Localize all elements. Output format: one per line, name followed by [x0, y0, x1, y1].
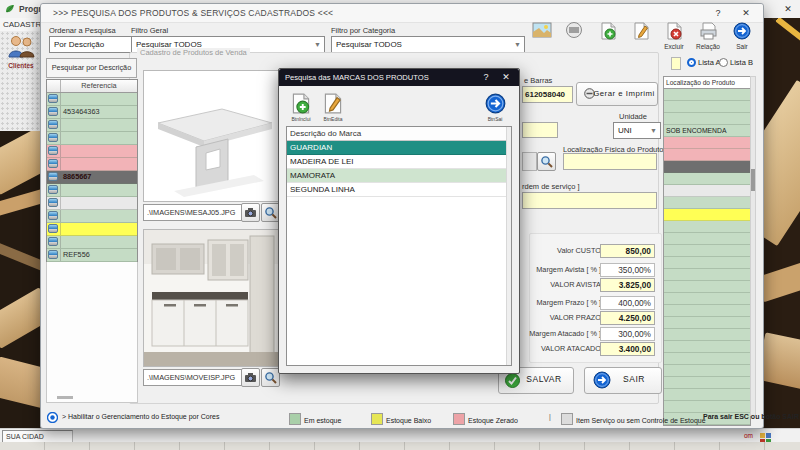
- localizacao-row[interactable]: [664, 269, 750, 281]
- table-horizontal-scrollbar[interactable]: [57, 396, 73, 399]
- sair-toolbar-button[interactable]: Sair: [727, 22, 757, 50]
- price-field[interactable]: 350,00%: [600, 263, 655, 277]
- localizacao-row[interactable]: SOB ENCOMENDA: [664, 125, 750, 137]
- modal-editar-button[interactable]: BtnEdita: [319, 93, 347, 122]
- table-row[interactable]: REF556: [47, 249, 137, 262]
- localizacao-row[interactable]: [664, 341, 750, 353]
- row-icon-cell: [47, 236, 61, 248]
- brands-scrollbar[interactable]: [506, 127, 511, 365]
- legend-toggle-icon[interactable]: [47, 412, 58, 423]
- localizacao-list[interactable]: Localização do Produto SOB ENCOMENDA: [663, 76, 751, 426]
- gerar-imprimir-button[interactable]: Gerar e Imprimi: [576, 82, 658, 106]
- incluir-toolbar-button[interactable]: [593, 22, 623, 44]
- modal-sair-button[interactable]: BtnSai: [481, 93, 509, 122]
- status-icon[interactable]: [760, 430, 774, 442]
- localizacao-row[interactable]: [664, 317, 750, 329]
- localizacao-row[interactable]: [664, 233, 750, 245]
- localizacao-search-button[interactable]: [537, 152, 556, 171]
- relacao-toolbar-button[interactable]: Relação: [693, 22, 723, 50]
- localizacao-row[interactable]: [664, 281, 750, 293]
- price-field[interactable]: 300,00%: [600, 327, 655, 341]
- alterar-toolbar-button[interactable]: [626, 22, 656, 44]
- clientes-label: Clientes: [3, 62, 39, 69]
- localizacao-row[interactable]: [664, 161, 750, 173]
- table-row[interactable]: 453464363: [47, 106, 137, 119]
- localizacao-row[interactable]: [664, 197, 750, 209]
- background-close-button[interactable]: ✕: [781, 3, 795, 15]
- main-help-button[interactable]: ?: [711, 7, 725, 19]
- localizacao-row[interactable]: [664, 221, 750, 233]
- main-close-button[interactable]: ✕: [739, 7, 753, 19]
- lista-b-radio[interactable]: Lista B: [719, 58, 753, 67]
- brand-row[interactable]: MADEIRA DE LEI: [287, 155, 511, 169]
- localizacao-row[interactable]: [664, 329, 750, 341]
- table-row[interactable]: [47, 210, 137, 223]
- lista-a-radio[interactable]: Lista A: [687, 58, 721, 67]
- image2-camera-button[interactable]: [241, 368, 260, 387]
- unidade-combo[interactable]: UNI▼: [613, 122, 661, 139]
- localizacao-row[interactable]: [664, 305, 750, 317]
- menu-cadastro[interactable]: CADASTR: [3, 20, 41, 29]
- table-row[interactable]: [47, 184, 137, 197]
- localizacao-row[interactable]: [664, 365, 750, 377]
- table-row[interactable]: [47, 145, 137, 158]
- price-field[interactable]: 3.825,00: [600, 278, 655, 292]
- localizacao-row[interactable]: [664, 173, 750, 185]
- localizacao-row[interactable]: [664, 257, 750, 269]
- brand-row[interactable]: MAMORATA: [287, 169, 511, 183]
- filtro-categoria-combo[interactable]: Pesquisar TODOS▼: [331, 36, 525, 53]
- sair-button[interactable]: SAIR: [584, 367, 662, 394]
- price-field[interactable]: 400,00%: [600, 296, 655, 310]
- table-row[interactable]: [47, 119, 137, 132]
- table-row[interactable]: [47, 132, 137, 145]
- modal-help-button[interactable]: ?: [479, 71, 493, 83]
- table-row[interactable]: [47, 158, 137, 171]
- excluir-toolbar-button[interactable]: Excluir: [659, 22, 689, 50]
- modal-incluir-button[interactable]: BtnInclui: [287, 93, 315, 122]
- localizacao-scrollbar[interactable]: [750, 76, 756, 416]
- brands-list[interactable]: Descrição do Marca GUARDIANMADEIRA DE LE…: [286, 126, 512, 366]
- hidden-yellow-field[interactable]: [522, 122, 558, 138]
- table-row[interactable]: 8865667: [47, 171, 137, 184]
- modal-close-button[interactable]: ✕: [499, 71, 513, 83]
- image1-path-field[interactable]: .\IMAGENS\MESAJ05.JPG: [143, 204, 243, 221]
- legend-toggle-text[interactable]: > Habilitar o Gerenciamento do Estoque p…: [62, 413, 219, 420]
- localizacao-row[interactable]: [664, 89, 750, 101]
- localizacao-row[interactable]: [664, 137, 750, 149]
- row-icon-cell: [47, 171, 61, 183]
- codigo-barras-field[interactable]: 612058040: [522, 86, 573, 103]
- localizacao-row[interactable]: [664, 209, 750, 221]
- ordem-servico-field[interactable]: [522, 192, 657, 209]
- barras-toolbar-button[interactable]: [559, 22, 589, 43]
- products-table[interactable]: Referencia 4534643638865667REF556REF788R…: [46, 79, 138, 289]
- price-field[interactable]: 4.250,00: [600, 311, 655, 325]
- main-window-titlebar[interactable]: >>> PESQUISA DOS PRODUTOS & SERVIÇOS CAD…: [41, 4, 763, 23]
- price-field[interactable]: 850,00: [600, 244, 655, 258]
- localizacao-row[interactable]: [664, 389, 750, 401]
- localizacao-row[interactable]: [664, 101, 750, 113]
- ordenar-label: Ordenar a Pesquisa: [49, 26, 116, 35]
- table-row[interactable]: [47, 236, 137, 249]
- brand-row[interactable]: SEGUNDA LINHA: [287, 183, 511, 197]
- localizacao-row[interactable]: [664, 245, 750, 257]
- radio-off-icon: [719, 58, 728, 67]
- brand-row[interactable]: GUARDIAN: [287, 141, 511, 155]
- localizacao-row[interactable]: [664, 377, 750, 389]
- localizacao-fisica-field[interactable]: [563, 153, 657, 170]
- clientes-toolbar-button[interactable]: Clientes: [3, 35, 39, 69]
- localizacao-row[interactable]: [664, 353, 750, 365]
- search-descricao-box[interactable]: Pesquisar por Descrição: [46, 58, 137, 78]
- table-row[interactable]: [47, 93, 137, 106]
- localizacao-row[interactable]: [664, 185, 750, 197]
- price-field[interactable]: 3.400,00: [600, 342, 655, 356]
- localizacao-row[interactable]: [664, 293, 750, 305]
- localizacao-row[interactable]: [664, 113, 750, 125]
- image2-path-field[interactable]: .\IMAGENS\MOVEISP.JPG: [143, 369, 243, 386]
- scrollbar-thumb[interactable]: [751, 169, 755, 191]
- table-row[interactable]: [47, 223, 137, 236]
- table-row[interactable]: [47, 197, 137, 210]
- localizacao-row[interactable]: [664, 149, 750, 161]
- image1-camera-button[interactable]: [241, 203, 260, 222]
- foto-toolbar-button[interactable]: [527, 22, 557, 43]
- marcas-modal-titlebar[interactable]: Pesquisa das MARCAS DOS PRODUTOS ? ✕: [279, 69, 519, 86]
